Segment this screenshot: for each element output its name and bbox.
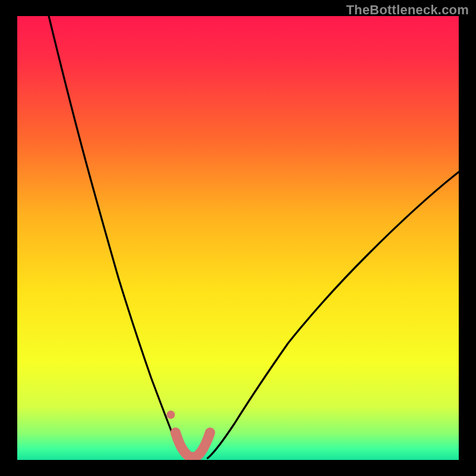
left-curve xyxy=(49,16,186,458)
pink-valley-segment xyxy=(176,433,210,457)
pink-dot xyxy=(167,411,175,419)
right-curve xyxy=(208,172,459,458)
chart-curves xyxy=(17,16,459,460)
chart-frame xyxy=(17,16,459,460)
watermark-text: TheBottleneck.com xyxy=(346,2,469,18)
